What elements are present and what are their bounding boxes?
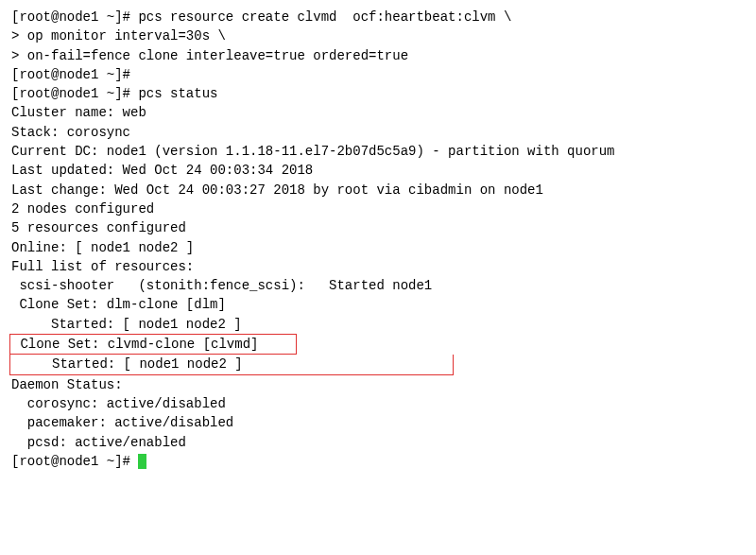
- terminal-line: Full list of resources:: [11, 257, 745, 276]
- terminal-line: Daemon Status:: [11, 375, 745, 394]
- highlight-box-top: Clone Set: clvmd-clone [clvmd]: [9, 334, 297, 355]
- terminal-line: pacemaker: active/disabled: [11, 413, 745, 432]
- terminal-line: Online: [ node1 node2 ]: [11, 238, 745, 257]
- terminal-line: [root@node1 ~]#: [11, 65, 745, 84]
- terminal-line-highlighted: Clone Set: clvmd-clone [clvmd]: [12, 337, 258, 352]
- terminal-line: Clone Set: dlm-clone [dlm]: [11, 295, 745, 314]
- terminal-line: 5 resources configured: [11, 218, 745, 237]
- terminal-line: Started: [ node1 node2 ]: [11, 315, 745, 334]
- shell-prompt[interactable]: [root@node1 ~]#: [11, 452, 745, 471]
- terminal-line: scsi-shooter (stonith:fence_scsi): Start…: [11, 276, 745, 295]
- terminal-line: Cluster name: web: [11, 103, 745, 122]
- terminal-line: [root@node1 ~]# pcs status: [11, 84, 745, 103]
- terminal-line: [root@node1 ~]# pcs resource create clvm…: [11, 8, 745, 26]
- terminal-line: corosync: active/disabled: [11, 394, 745, 413]
- terminal-line: Stack: corosync: [11, 123, 745, 142]
- prompt-text: [root@node1 ~]#: [11, 454, 138, 469]
- terminal-line: Last change: Wed Oct 24 00:03:27 2018 by…: [11, 181, 745, 199]
- terminal-line: 2 nodes configured: [11, 199, 745, 218]
- terminal-line: Current DC: node1 (version 1.1.18-11.el7…: [11, 142, 745, 161]
- terminal-line: pcsd: active/enabled: [11, 433, 745, 452]
- highlight-box-bottom: Started: [ node1 node2 ]: [9, 355, 454, 374]
- terminal-line: > on-fail=fence clone interleave=true or…: [11, 46, 745, 65]
- terminal-line-highlighted: Started: [ node1 node2 ]: [12, 356, 243, 372]
- cursor-block: [138, 454, 146, 469]
- terminal-line: Last updated: Wed Oct 24 00:03:34 2018: [11, 161, 745, 180]
- terminal-line: > op monitor interval=30s \: [11, 26, 745, 45]
